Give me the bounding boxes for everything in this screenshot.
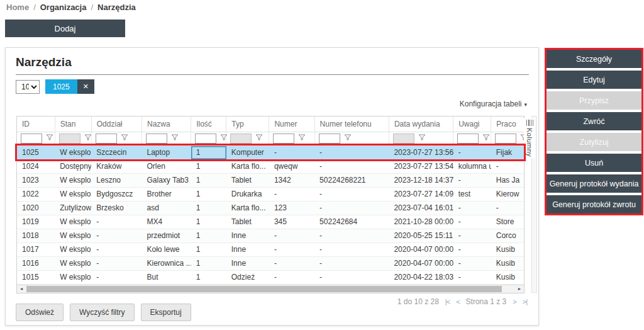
table-cell[interactable]: Laptop <box>142 145 191 159</box>
table-row[interactable]: 1025W eksplo...SzczecinLaptop1Komputer--… <box>17 145 524 159</box>
filter-funnel-icon[interactable] <box>220 134 228 143</box>
column-header-ilość[interactable]: Ilość <box>191 117 226 132</box>
table-cell[interactable]: 1 <box>191 256 226 270</box>
table-cell[interactable]: qweqw <box>269 159 314 173</box>
table-cell[interactable]: 1342 <box>269 173 314 187</box>
filter-funnel-icon[interactable] <box>298 134 306 143</box>
table-cell[interactable]: przedmiot <box>142 229 191 242</box>
table-cell[interactable]: 1 <box>191 242 226 256</box>
table-row[interactable]: 1015W eksplo...-But1Odzież--2020-04-22 1… <box>17 270 524 284</box>
table-cell[interactable]: 1 <box>191 159 226 173</box>
breadcrumb-item-organizacja[interactable]: Organizacja <box>40 3 87 12</box>
table-row[interactable]: 1023W eksplo...LesznoGalaxy Tab31Tablet1… <box>17 173 524 187</box>
table-cell[interactable]: - <box>453 215 491 229</box>
table-cell[interactable]: - <box>91 215 142 229</box>
page-size-select[interactable]: 10 <box>16 80 40 94</box>
next-page-icon[interactable]: > <box>513 298 516 305</box>
action-button-edytuj[interactable]: Edytuj <box>547 71 641 89</box>
table-cell[interactable]: 2021-10-28 00:00 <box>389 215 453 229</box>
table-cell[interactable]: 1018 <box>17 229 55 242</box>
table-row[interactable]: 1017W eksplo...-Koło lewe1Inne--2020-04-… <box>17 242 524 256</box>
table-cell[interactable]: 1 <box>191 201 226 215</box>
column-header-stan[interactable]: Stan <box>55 117 91 132</box>
table-cell[interactable]: Leszno <box>91 173 142 187</box>
table-cell[interactable]: - <box>314 201 389 215</box>
filter-funnel-icon[interactable] <box>46 134 53 143</box>
table-cell[interactable]: - <box>314 256 389 270</box>
table-cell[interactable]: - <box>91 242 142 256</box>
table-cell[interactable]: - <box>91 270 142 284</box>
table-cell[interactable]: 2023-07-27 13:56 <box>389 145 453 159</box>
columns-drawer-tab[interactable]: Kolumny <box>524 118 535 158</box>
column-header-typ[interactable]: Typ <box>226 117 269 132</box>
prev-page-icon[interactable]: < <box>456 298 459 305</box>
column-header-id[interactable]: ID <box>17 117 55 132</box>
table-cell[interactable]: Odzież <box>226 270 269 284</box>
table-cell[interactable]: - <box>269 145 314 159</box>
table-cell[interactable]: 1 <box>191 270 226 284</box>
table-cell[interactable]: W eksplo... <box>55 173 91 187</box>
table-cell[interactable]: 1019 <box>17 215 55 229</box>
table-cell[interactable]: But <box>142 270 191 284</box>
scrollbar-track[interactable] <box>26 285 515 293</box>
action-button-zwróć[interactable]: Zwróć <box>547 112 641 130</box>
table-cell[interactable]: Tablet <box>226 215 269 229</box>
table-cell[interactable]: - <box>453 270 491 284</box>
table-cell[interactable]: 1022 <box>17 187 55 201</box>
filter-funnel-icon[interactable] <box>482 134 490 143</box>
table-cell[interactable]: - <box>453 229 491 242</box>
table-cell[interactable]: Tablet <box>226 173 269 187</box>
table-cell[interactable]: Brzesko <box>91 201 142 215</box>
table-cell[interactable]: W eksplo... <box>55 270 91 284</box>
horizontal-scrollbar[interactable]: ◄ ► <box>17 285 524 293</box>
column-header-praco[interactable]: Praco <box>491 117 524 132</box>
table-cell[interactable]: 1015 <box>17 270 55 284</box>
table-cell[interactable]: 1025 <box>17 145 55 159</box>
table-cell[interactable]: 1023 <box>17 173 55 187</box>
column-header-numer-telefonu[interactable]: Numer telefonu <box>314 117 389 132</box>
table-cell[interactable]: Szczecin <box>91 145 142 159</box>
table-cell[interactable]: 345 <box>269 215 314 229</box>
footer-button-odśwież[interactable]: Odśwież <box>16 304 64 321</box>
table-cell[interactable]: Has Ja <box>491 173 524 187</box>
table-cell[interactable]: Galaxy Tab3 <box>142 173 191 187</box>
table-cell[interactable]: W eksplo... <box>55 145 91 159</box>
table-row[interactable]: 1022W eksplo...BydgoszczBrother1Drukarka… <box>17 187 524 201</box>
table-cell[interactable]: 1 <box>191 215 226 229</box>
table-cell[interactable]: - <box>314 229 389 242</box>
table-cell[interactable]: Corco <box>491 229 524 242</box>
action-button-szczegóły[interactable]: Szczegóły <box>547 50 641 68</box>
filter-funnel-icon[interactable] <box>121 134 128 143</box>
column-header-oddział[interactable]: Oddział <box>91 117 142 132</box>
table-cell[interactable]: 2023-07-04 16:01 <box>389 201 453 215</box>
table-cell[interactable]: - <box>91 256 142 270</box>
breadcrumb-item-home[interactable]: Home <box>6 3 29 12</box>
table-row[interactable]: 1016W eksplo...-Kierownica ...1Inne--202… <box>17 256 524 270</box>
table-cell[interactable]: W eksplo... <box>55 215 91 229</box>
filter-funnel-icon[interactable] <box>344 134 352 143</box>
table-cell[interactable]: Bydgoszcz <box>91 187 142 201</box>
table-cell[interactable]: - <box>314 270 389 284</box>
column-header-uwagi[interactable]: Uwagi <box>453 117 491 132</box>
table-cell[interactable]: - <box>269 229 314 242</box>
action-button-generuj-protokół-wydania[interactable]: Generuj protokół wydania <box>547 174 641 193</box>
filter-funnel-icon[interactable] <box>255 134 263 143</box>
add-button[interactable]: Dodaj <box>5 20 125 37</box>
table-cell[interactable]: - <box>453 145 491 159</box>
table-cell[interactable]: Kierow <box>491 187 524 201</box>
table-row[interactable]: 1019W eksplo...-MX41Tablet34550224268420… <box>17 215 524 229</box>
table-cell[interactable]: asd <box>142 201 191 215</box>
column-header-nazwa[interactable]: Nazwa <box>142 117 191 132</box>
table-cell[interactable]: Orlen <box>142 159 191 173</box>
action-button-usuń[interactable]: Usuń <box>547 154 641 172</box>
table-cell[interactable]: - <box>314 187 389 201</box>
last-page-icon[interactable]: >| <box>523 298 527 305</box>
table-cell[interactable]: Karta flo... <box>226 159 269 173</box>
table-cell[interactable]: 2023-07-27 14:09 <box>389 187 453 201</box>
filter-input-ilość[interactable] <box>195 134 216 144</box>
table-cell[interactable]: 2020-04-22 18:03 <box>389 270 453 284</box>
table-cell[interactable]: Zutylizow... <box>55 201 91 215</box>
table-cell[interactable]: Inne <box>226 229 269 242</box>
table-row[interactable]: 1018W eksplo...-przedmiot1Inne--2020-05-… <box>17 229 524 242</box>
table-cell[interactable]: W eksplo... <box>55 242 91 256</box>
